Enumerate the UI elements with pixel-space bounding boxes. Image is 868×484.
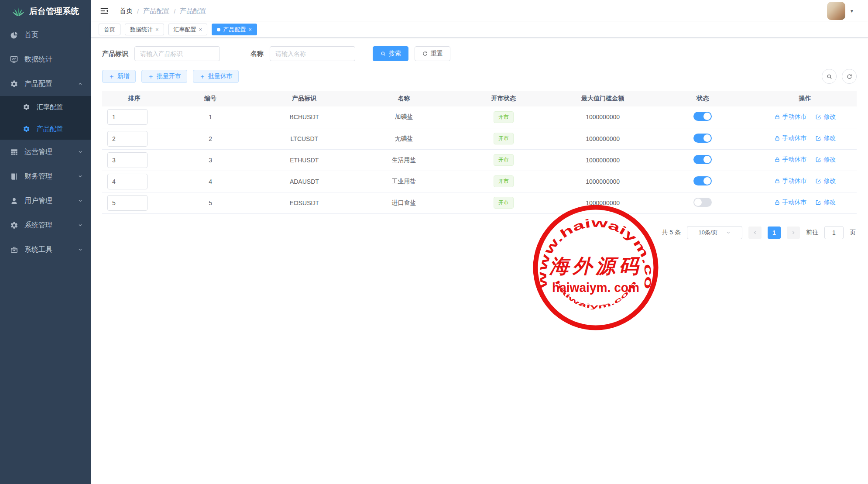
sidebar-item-home[interactable]: 首页 <box>0 23 91 47</box>
manual-close-market-link[interactable]: 手动休市 <box>774 156 807 164</box>
manual-close-market-link[interactable]: 手动休市 <box>774 113 807 121</box>
sort-input[interactable] <box>107 152 148 168</box>
reset-button[interactable]: 重置 <box>415 46 450 61</box>
table-toolbar: ＋ 新增 ＋ 批量开市 ＋ 批量休市 <box>102 69 857 84</box>
product-symbol: EOSUSDT <box>254 192 354 213</box>
refresh-table-button[interactable] <box>842 69 857 84</box>
edit-link[interactable]: 修改 <box>815 113 836 121</box>
add-button-label: 新增 <box>117 72 130 80</box>
tab-home[interactable]: 首页 <box>99 24 120 35</box>
batch-close-market-button[interactable]: ＋ 批量休市 <box>193 70 239 83</box>
market-status-badge: 开市 <box>494 197 514 209</box>
sort-input[interactable] <box>107 174 148 189</box>
prev-page-button[interactable] <box>748 227 762 239</box>
sidebar-collapse-button[interactable] <box>99 5 110 17</box>
edit-icon <box>815 157 821 163</box>
close-icon[interactable]: × <box>248 26 252 33</box>
tab-statistics[interactable]: 数据统计 × <box>125 24 164 35</box>
status-toggle[interactable] <box>693 112 712 121</box>
sidebar-item-product-config-child[interactable]: 产品配置 <box>0 118 91 140</box>
sidebar-item-rate-config[interactable]: 汇率配置 <box>0 96 91 118</box>
product-id-input[interactable] <box>134 46 220 61</box>
next-page-button[interactable] <box>787 227 800 239</box>
edit-icon <box>815 114 821 120</box>
status-toggle[interactable] <box>693 134 712 143</box>
goto-page-input[interactable] <box>824 226 844 239</box>
product-table: 排序 编号 产品标识 名称 开市状态 最大值门槛金额 状态 操作 1 BCHU <box>102 91 857 214</box>
refresh-icon <box>846 73 853 80</box>
col-header-symbol: 产品标识 <box>254 91 354 106</box>
sidebar-item-label: 系统工具 <box>24 245 52 254</box>
name-input[interactable] <box>270 46 355 61</box>
table-row: 2 LTCUSDT 无碘盐 开市 1000000000 手动休市 <box>102 128 857 149</box>
row-id: 2 <box>166 128 254 149</box>
table-row: 5 EOSUSDT 进口食盐 开市 1000000000 手动休市 <box>102 192 857 213</box>
status-toggle[interactable] <box>693 176 712 185</box>
edit-link[interactable]: 修改 <box>815 156 836 164</box>
stamp-ring <box>535 207 656 328</box>
edit-label: 修改 <box>823 177 836 185</box>
manual-close-market-link[interactable]: 手动休市 <box>774 134 807 142</box>
col-header-status: 状态 <box>652 91 753 106</box>
manual-close-market-link[interactable]: 手动休市 <box>774 199 807 206</box>
toolbox-icon <box>10 245 18 254</box>
sidebar-item-statistics[interactable]: 数据统计 <box>0 47 91 72</box>
search-button[interactable]: 搜索 <box>373 46 408 61</box>
sidebar-item-label: 首页 <box>24 31 38 40</box>
tab-product-config[interactable]: 产品配置 × <box>212 24 257 35</box>
breadcrumb-home[interactable]: 首页 <box>120 7 133 15</box>
max-threshold: 1000000000 <box>553 128 652 149</box>
status-toggle[interactable] <box>693 155 712 164</box>
sidebar-item-operations[interactable]: 运营管理 <box>0 140 91 164</box>
edit-link[interactable]: 修改 <box>815 177 836 185</box>
edit-label: 修改 <box>823 113 836 121</box>
pagination-total: 共 5 条 <box>662 229 681 237</box>
sidebar-item-product-config[interactable]: 产品配置 <box>0 72 91 96</box>
sidebar-item-tools[interactable]: 系统工具 <box>0 237 91 262</box>
sidebar-item-users[interactable]: 用户管理 <box>0 189 91 213</box>
search-form: 产品标识 名称 搜索 重置 <box>102 46 857 61</box>
sort-input[interactable] <box>107 131 148 147</box>
avatar-dropdown-caret-icon[interactable]: ▼ <box>850 9 854 14</box>
sidebar-item-label: 汇率配置 <box>37 103 63 111</box>
lock-icon <box>774 114 780 120</box>
svg-text:haiwaiym.com: haiwaiym.com <box>554 279 638 310</box>
add-button[interactable]: ＋ 新增 <box>102 70 136 83</box>
table-header-row: 排序 编号 产品标识 名称 开市状态 最大值门槛金额 状态 操作 <box>102 91 857 106</box>
product-symbol: LTCUSDT <box>254 128 354 149</box>
pagination: 共 5 条 10条/页 1 前往 页 <box>102 226 857 239</box>
sidebar-item-system[interactable]: 系统管理 <box>0 213 91 237</box>
tab-rate-config[interactable]: 汇率配置 × <box>168 24 208 35</box>
page-size-select[interactable]: 10条/页 <box>687 226 742 239</box>
batch-close-label: 批量休市 <box>208 72 233 80</box>
status-toggle[interactable] <box>693 198 712 207</box>
col-header-max-amount: 最大值门槛金额 <box>553 91 652 106</box>
manual-close-market-link[interactable]: 手动休市 <box>774 177 807 185</box>
sidebar-item-finance[interactable]: 财务管理 <box>0 164 91 189</box>
toggle-search-button[interactable] <box>822 69 837 84</box>
close-icon[interactable]: × <box>199 26 202 33</box>
top-header: 首页 / 产品配置 / 产品配置 ▼ <box>91 0 868 22</box>
close-icon[interactable]: × <box>155 26 159 33</box>
lock-icon <box>774 157 780 163</box>
sort-input[interactable] <box>107 195 148 211</box>
breadcrumb-item: 产品配置 <box>143 7 169 15</box>
user-avatar[interactable] <box>827 2 845 20</box>
lock-icon <box>774 135 780 141</box>
sidebar-item-label: 系统管理 <box>24 221 52 230</box>
edit-link[interactable]: 修改 <box>815 199 836 206</box>
app-logo: 后台管理系统 <box>0 0 91 23</box>
stamp-arc-bottom-text: haiwaiym.com <box>554 279 638 310</box>
edit-link[interactable]: 修改 <box>815 134 836 142</box>
manual-close-label: 手动休市 <box>782 199 807 206</box>
chevron-down-icon <box>78 174 83 179</box>
grid-icon <box>10 148 18 156</box>
sort-input[interactable] <box>107 109 148 125</box>
name-label: 名称 <box>250 50 264 58</box>
tab-label: 数据统计 <box>130 26 153 34</box>
page-number-1[interactable]: 1 <box>768 227 781 239</box>
dashboard-icon <box>10 31 18 39</box>
plus-icon: ＋ <box>148 72 154 81</box>
reset-button-label: 重置 <box>431 50 443 58</box>
batch-open-market-button[interactable]: ＋ 批量开市 <box>141 70 187 83</box>
